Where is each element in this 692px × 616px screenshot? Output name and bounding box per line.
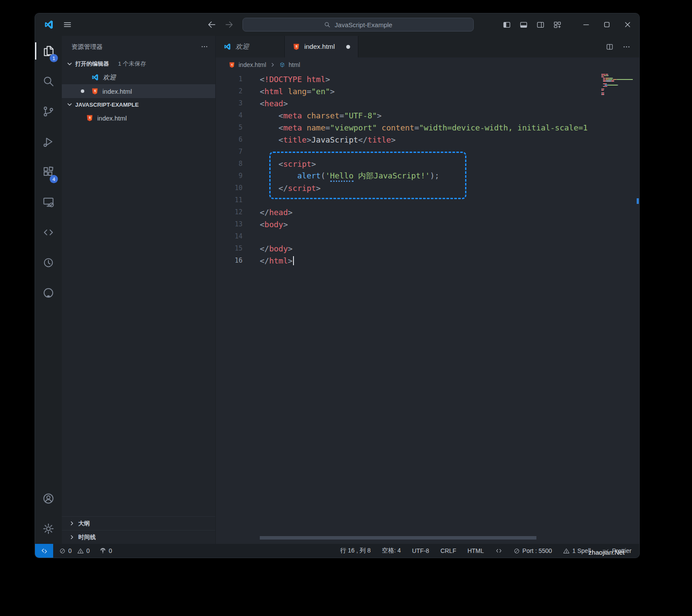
toggle-panel-icon[interactable] xyxy=(520,21,528,29)
activity-history[interactable] xyxy=(35,248,62,278)
svg-text:5: 5 xyxy=(296,45,297,48)
code-line[interactable]: 7 xyxy=(216,146,596,158)
minimize-button[interactable] xyxy=(579,17,593,32)
activity-run-debug[interactable] xyxy=(35,127,62,157)
source-control-icon xyxy=(42,105,55,118)
toggle-sidebar-icon[interactable] xyxy=(503,21,511,29)
vscode-file-icon xyxy=(91,73,99,81)
code-line[interactable]: 16</html> xyxy=(216,254,596,267)
open-editor-welcome[interactable]: 欢迎 xyxy=(62,70,215,84)
search-icon xyxy=(42,75,55,88)
status-left: 0 0 0 xyxy=(53,547,112,554)
remote-indicator[interactable] xyxy=(35,544,53,558)
activity-extensions[interactable]: 4 xyxy=(35,157,62,187)
code-line[interactable]: 14 xyxy=(216,230,596,242)
line-number: 9 xyxy=(216,172,242,180)
problems-button[interactable]: 0 0 xyxy=(59,547,90,554)
close-button[interactable] xyxy=(620,17,635,32)
activity-remote-explorer[interactable] xyxy=(35,187,62,217)
line-content: <head> xyxy=(260,99,288,108)
menu-button[interactable] xyxy=(63,20,72,29)
command-center-search[interactable]: JavaScript-Example xyxy=(242,18,474,32)
activity-github[interactable] xyxy=(35,278,62,308)
sidebar-more-button[interactable] xyxy=(201,43,208,51)
code-line[interactable]: 11 xyxy=(216,194,596,206)
customize-layout-icon[interactable] xyxy=(553,21,561,29)
breadcrumb: 5 index.html html xyxy=(216,57,639,72)
activity-source-control[interactable] xyxy=(35,96,62,127)
code-lines: 1<!DOCTYPE html>2<html lang="en">3<head>… xyxy=(216,73,596,267)
minimap-line xyxy=(601,74,633,75)
encoding[interactable]: UTF-8 xyxy=(412,547,429,554)
code-line[interactable]: 4 <meta charset="UTF-8"> xyxy=(216,109,596,121)
line-content: </body> xyxy=(260,244,293,253)
spell-checker[interactable]: 1 Spell xyxy=(563,547,591,554)
ports-button[interactable]: 0 xyxy=(99,547,112,554)
maximize-button[interactable] xyxy=(600,17,614,32)
timeline-section[interactable]: 时间线 xyxy=(62,530,215,544)
editor-actions xyxy=(606,36,639,57)
activity-live-preview[interactable] xyxy=(35,217,62,248)
line-number: 16 xyxy=(216,257,242,264)
line-number: 6 xyxy=(216,136,242,143)
forward-button[interactable] xyxy=(224,20,234,29)
code-line[interactable]: 12</head> xyxy=(216,206,596,218)
history-clock-icon xyxy=(42,256,55,269)
tab-index-html[interactable]: 5 index.html xyxy=(285,36,358,57)
cursor-position[interactable]: 行 16 , 列 8 xyxy=(340,547,371,555)
activity-search[interactable] xyxy=(35,66,62,96)
code-line[interactable]: 3<head> xyxy=(216,97,596,109)
open-editor-index[interactable]: 5 index.html xyxy=(62,84,215,98)
minimap-line xyxy=(601,85,633,86)
minimap-line xyxy=(601,89,633,89)
code-line[interactable]: 10 </script> xyxy=(216,182,596,194)
titlebar-right xyxy=(503,13,639,36)
settings-button[interactable] xyxy=(35,514,62,544)
sidebar-empty-area xyxy=(62,125,215,516)
code-line[interactable]: 5 <meta name="viewport" content="width=d… xyxy=(216,121,596,133)
breadcrumb-node[interactable]: html xyxy=(289,61,300,68)
line-number: 2 xyxy=(216,87,242,95)
code-line[interactable]: 13<body> xyxy=(216,218,596,230)
split-editor-icon[interactable] xyxy=(606,43,614,51)
more-actions-icon[interactable] xyxy=(622,43,631,51)
code-line[interactable]: 8 <script> xyxy=(216,158,596,170)
activity-explorer[interactable]: 1 xyxy=(35,36,62,66)
line-number: 3 xyxy=(216,99,242,107)
code-editor[interactable]: 1<!DOCTYPE html>2<html lang="en">3<head>… xyxy=(216,72,639,544)
chevron-right-icon xyxy=(69,534,75,540)
line-content: <title>JavaScript</title> xyxy=(260,135,395,144)
code-line[interactable]: 15</body> xyxy=(216,242,596,254)
error-icon xyxy=(59,548,66,554)
breadcrumb-file[interactable]: index.html xyxy=(239,61,266,68)
line-content: <meta charset="UTF-8"> xyxy=(260,111,382,120)
live-server-port[interactable]: Port : 5500 xyxy=(513,547,552,554)
eol-sequence[interactable]: CRLF xyxy=(440,547,456,554)
tree-item-index-html[interactable]: 5 index.html xyxy=(62,111,215,125)
code-brackets-icon xyxy=(42,226,55,239)
code-line[interactable]: 2<html lang="en"> xyxy=(216,85,596,97)
language-mode[interactable]: HTML xyxy=(467,547,484,554)
tab-modified-dot[interactable] xyxy=(346,45,350,49)
folder-name: JAVASCRIPT-EXAMPLE xyxy=(75,102,139,108)
remote-explorer-icon xyxy=(42,196,55,209)
minimap[interactable] xyxy=(600,72,634,544)
overview-ruler-mark xyxy=(637,198,639,204)
line-number: 4 xyxy=(216,111,242,119)
open-editors-header[interactable]: 打开的编辑器 1 个未保存 xyxy=(62,57,215,70)
code-line[interactable]: 9 alert('Hello 内部JavaScript!'); xyxy=(216,170,596,182)
outline-section[interactable]: 大纲 xyxy=(62,516,215,530)
back-button[interactable] xyxy=(207,20,217,29)
svg-text:5: 5 xyxy=(94,89,96,92)
toggle-secondary-sidebar-icon[interactable] xyxy=(536,21,545,29)
folder-section-header[interactable]: JAVASCRIPT-EXAMPLE xyxy=(62,98,215,111)
minimap-line xyxy=(601,79,633,80)
title-bar: JavaScript-Example xyxy=(35,13,639,36)
code-line[interactable]: 1<!DOCTYPE html> xyxy=(216,73,596,85)
code-icon[interactable] xyxy=(495,547,502,554)
account-button[interactable] xyxy=(35,483,62,514)
indentation[interactable]: 空格: 4 xyxy=(382,547,401,555)
code-line[interactable]: 6 <title>JavaScript</title> xyxy=(216,133,596,146)
horizontal-scrollbar[interactable] xyxy=(260,536,536,540)
tab-welcome[interactable]: 欢迎 xyxy=(216,36,285,57)
